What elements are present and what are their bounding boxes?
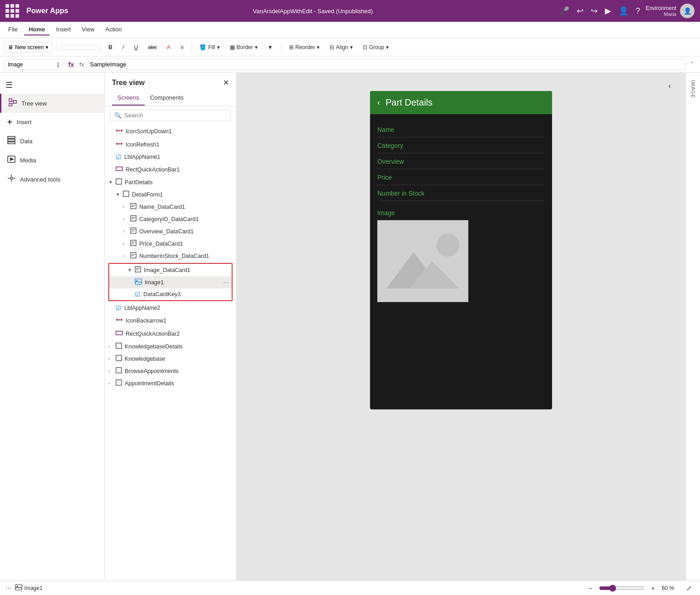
collapse-right-icon[interactable]: ‹ <box>669 82 671 90</box>
separator-3 <box>191 43 192 52</box>
tab-components[interactable]: Components <box>145 91 189 106</box>
tree-view-panel: Tree view ✕ Screens Components 🔍 IconSor… <box>105 73 237 580</box>
new-screen-button[interactable]: 🖥 New screen ▾ <box>4 42 52 53</box>
rect-icon <box>116 165 123 174</box>
tree-item-categoryid-datacard1[interactable]: › CategoryID_DataCard1 <box>105 213 236 225</box>
sidebar-item-insert[interactable]: + Insert <box>0 113 104 131</box>
tree-item-name-datacard1[interactable]: › Name_DataCard1 <box>105 201 236 213</box>
menu-insert[interactable]: Insert <box>51 24 76 35</box>
tree-item-partdetails[interactable]: ▼ PartDetails <box>105 176 236 188</box>
bottom-image-icon <box>15 584 22 592</box>
waffle-menu[interactable] <box>5 4 19 18</box>
font-color-button[interactable]: A <box>162 42 174 53</box>
zoom-out-button[interactable]: − <box>585 583 595 593</box>
menu-action[interactable]: Action <box>101 24 127 35</box>
screen-icon-ad <box>116 379 122 387</box>
dropdown-button[interactable]: ▼ <box>264 42 277 53</box>
share-icon[interactable]: 👤 <box>617 4 630 18</box>
align-button[interactable]: ≡ <box>176 42 188 53</box>
zoom-fit-icon[interactable]: ⤢ <box>684 584 695 593</box>
tree-item-price-datacard1[interactable]: › Price_DataCard1 <box>105 237 236 250</box>
rectquickactionbar2-label: RectQuickActionBar2 <box>126 331 180 337</box>
card-icon-cat <box>130 215 137 223</box>
phone-image-section: Image <box>377 205 545 302</box>
menu-view[interactable]: View <box>77 24 99 35</box>
zoom-slider[interactable] <box>599 585 644 592</box>
bottom-item-label: Image1 <box>15 584 42 592</box>
strikethrough-button[interactable]: abc <box>144 42 161 53</box>
bottom-more-icon[interactable]: ··· <box>5 584 11 592</box>
tree-item-knowledgebase[interactable]: › Knowledgebase <box>105 353 236 365</box>
menu-file[interactable]: File <box>4 24 22 35</box>
tree-item-lblappname1[interactable]: ☑ LblAppName1 <box>105 151 236 163</box>
tree-item-datacardkey3[interactable]: ☑ DataCardKey3 <box>109 288 232 300</box>
tab-screens[interactable]: Screens <box>112 91 145 106</box>
phone-back-icon[interactable]: ‹ <box>377 98 380 107</box>
tree-item-rectquickactionbar1[interactable]: RectQuickActionBar1 <box>105 163 236 176</box>
tree-item-lblappname2[interactable]: ☑ LblAppName2 <box>105 302 236 314</box>
field-number-in-stock: Number in Stock <box>377 185 545 201</box>
bold-button[interactable]: B <box>104 42 117 53</box>
tree-item-appointmentdetails[interactable]: › AppointmentDetails <box>105 377 236 389</box>
image1-more-icon[interactable]: ··· <box>223 279 228 286</box>
tree-item-image1[interactable]: Image1 ··· <box>109 276 232 288</box>
tree-item-iconrefresh1[interactable]: IconRefresh1 <box>105 138 236 151</box>
screen-icon-partdetails <box>116 178 122 186</box>
svg-rect-22 <box>116 179 122 184</box>
tree-view-close-button[interactable]: ✕ <box>223 78 229 87</box>
border-button[interactable]: ▦ Border ▾ <box>226 42 262 53</box>
element-selector[interactable]: Image | <box>4 59 63 70</box>
tree-item-detailform1[interactable]: ▼ DetailForm1 <box>105 188 236 201</box>
italic-button[interactable]: / <box>118 42 128 53</box>
sidebar-tree-view-label: Tree view <box>21 100 47 107</box>
name-datacard1-label: Name_DataCard1 <box>139 204 185 210</box>
formula-input[interactable] <box>86 59 686 70</box>
separator-4 <box>281 43 281 52</box>
tree-view-icon <box>9 98 17 108</box>
search-input[interactable] <box>124 112 227 119</box>
tree-item-numberinstock-datacard1[interactable]: › NumberInStock_DataCard1 <box>105 250 236 262</box>
zoom-controls: − + 60 % ⤢ <box>585 583 695 593</box>
card-icon-nis <box>130 252 137 260</box>
tree-item-browseappointments[interactable]: › BrowseAppointments <box>105 365 236 377</box>
align-tb-button[interactable]: ⊟ Align ▾ <box>325 42 357 53</box>
tree-search-box[interactable]: 🔍 <box>110 110 231 121</box>
tree-item-iconsortupdown1[interactable]: IconSortUpDown1 <box>105 125 236 138</box>
right-panel: IMAGE <box>685 73 700 580</box>
user-avatar[interactable]: 👤 <box>680 4 695 18</box>
reorder-button[interactable]: ⊞ Reorder ▾ <box>285 42 324 53</box>
group-button[interactable]: ⊡ Group ▾ <box>359 42 393 53</box>
fill-button[interactable]: 🪣 Fill ▾ <box>195 42 223 53</box>
equals-icon[interactable]: fx <box>65 61 77 68</box>
zoom-in-button[interactable]: + <box>648 583 658 593</box>
tree-item-iconbackarrow1[interactable]: IconBackarrow1 <box>105 314 236 327</box>
border-chevron: ▾ <box>255 44 258 50</box>
overview-datacard1-label: Overview_DataCard1 <box>139 228 194 235</box>
sidebar-item-data[interactable]: Data <box>0 131 104 151</box>
hamburger-icon[interactable]: ☰ <box>0 76 104 94</box>
insert-icon: + <box>7 117 12 127</box>
redo-icon[interactable]: ↪ <box>589 4 599 18</box>
formula-function[interactable]: fx <box>79 61 84 68</box>
svg-rect-30 <box>131 228 136 233</box>
tree-item-overview-datacard1[interactable]: › Overview_DataCard1 <box>105 225 236 237</box>
underline-button[interactable]: U <box>130 42 142 53</box>
formula-expand-icon[interactable]: ˅ <box>688 61 696 68</box>
sidebar-item-media[interactable]: Media <box>0 151 104 170</box>
tree-item-knowledgebasedetails[interactable]: › KnowledgebaseDetails <box>105 340 236 353</box>
menu-home[interactable]: Home <box>24 24 50 35</box>
help-icon[interactable]: ? <box>634 5 642 18</box>
undo-icon[interactable]: ↩ <box>575 4 585 18</box>
tree-item-rectquickactionbar2[interactable]: RectQuickActionBar2 <box>105 327 236 340</box>
microphone-icon[interactable]: 🎤 <box>558 4 571 18</box>
play-icon[interactable]: ▶ <box>603 4 613 18</box>
sidebar-item-advanced-tools[interactable]: Advanced tools <box>0 170 104 189</box>
ad-chevron: › <box>108 381 114 386</box>
tree-item-image-datacard1[interactable]: ▼ Image_DataCard1 <box>109 264 232 276</box>
svg-point-19 <box>118 143 120 145</box>
svg-rect-49 <box>116 355 122 361</box>
iconrefresh1-label: IconRefresh1 <box>126 141 159 148</box>
lblappname2-icon: ☑ <box>116 304 122 312</box>
sidebar-item-tree-view[interactable]: Tree view <box>0 94 104 113</box>
font-selector[interactable] <box>60 45 96 50</box>
